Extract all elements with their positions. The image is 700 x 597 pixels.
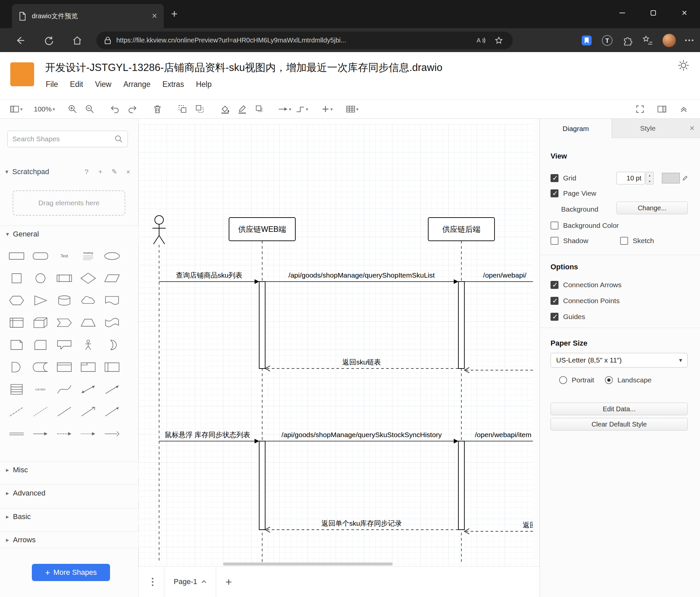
- profile-avatar[interactable]: [662, 34, 676, 47]
- theme-sun-icon[interactable]: [677, 59, 690, 71]
- landscape-radio[interactable]: [605, 376, 613, 384]
- add-favorite-star-icon[interactable]: [492, 34, 505, 47]
- shape-horizontal-connector[interactable]: [101, 425, 123, 443]
- redo-button[interactable]: [125, 102, 140, 116]
- page-tab-page1[interactable]: Page-1: [164, 567, 216, 597]
- shape-tape[interactable]: [101, 313, 123, 332]
- shape-dashed-horizontal-arrow[interactable]: [53, 425, 75, 443]
- shape-trapezoid[interactable]: [77, 313, 99, 332]
- shape-list[interactable]: [6, 380, 27, 399]
- shape-rounded-rectangle[interactable]: [29, 247, 51, 265]
- shadow-button[interactable]: [252, 102, 267, 116]
- shape-frame[interactable]: [77, 358, 99, 377]
- window-maximize-button[interactable]: [638, 0, 669, 26]
- connection-arrows-checkbox[interactable]: [551, 281, 558, 289]
- t-shield-extension-icon[interactable]: T: [602, 35, 613, 46]
- scratchpad-edit-icon[interactable]: ✎: [109, 168, 119, 176]
- shape-curve[interactable]: [53, 380, 75, 399]
- delete-button[interactable]: [150, 102, 165, 116]
- sequence-diagram[interactable]: 供应链WEB端供应链后端查询店铺商品sku列表/api/goods/shopMa…: [139, 119, 533, 566]
- search-icon[interactable]: [114, 135, 123, 143]
- panel-close-icon[interactable]: ×: [684, 119, 700, 138]
- url-text[interactable]: https://file.kkview.cn/onlinePreview?url…: [116, 37, 470, 44]
- sidebar-section-arrows[interactable]: ▸ Arrows: [0, 531, 139, 548]
- scratchpad-close-icon[interactable]: ×: [123, 168, 133, 176]
- shape-dotted-line[interactable]: [29, 402, 51, 421]
- page-view-checkbox[interactable]: [551, 189, 558, 197]
- scratchpad-help-icon[interactable]: ?: [81, 168, 92, 176]
- chevron-down-icon[interactable]: ▾: [5, 168, 8, 175]
- shape-triangle[interactable]: [29, 291, 51, 310]
- menu-edit[interactable]: Edit: [70, 80, 83, 89]
- table-dropdown[interactable]: ▾: [345, 102, 360, 116]
- shape-cloud[interactable]: [77, 291, 99, 310]
- grid-color-swatch[interactable]: [662, 173, 680, 184]
- shape-horizontal-container[interactable]: [101, 358, 123, 377]
- background-color-checkbox[interactable]: [551, 221, 558, 230]
- sidebar-section-advanced[interactable]: ▸ Advanced: [0, 484, 139, 501]
- drawing-canvas[interactable]: 供应链WEB端供应链后端查询店铺商品sku列表/api/goods/shopMa…: [139, 119, 533, 566]
- shape-horizontal-arrow[interactable]: [29, 425, 51, 443]
- zoom-in-button[interactable]: [65, 102, 80, 116]
- shape-bidirectional-arrow[interactable]: [77, 380, 99, 399]
- grid-checkbox[interactable]: [551, 174, 558, 182]
- menu-view[interactable]: View: [95, 80, 111, 89]
- window-close-button[interactable]: ×: [669, 0, 700, 26]
- shape-rectangle[interactable]: [6, 247, 27, 265]
- shape-and[interactable]: [6, 358, 27, 377]
- collapse-toolbar-button[interactable]: [676, 102, 691, 116]
- format-panel-toggle-button[interactable]: [654, 102, 670, 116]
- shape-internal-storage[interactable]: [6, 313, 27, 332]
- waypoint-style-dropdown[interactable]: ▾: [294, 102, 309, 116]
- menu-help[interactable]: Help: [196, 80, 211, 89]
- shape-heading[interactable]: Heading: [77, 247, 99, 265]
- browser-tab[interactable]: drawio文件预览 ×: [12, 4, 164, 28]
- canvas-horizontal-scrollbar[interactable]: [223, 563, 393, 566]
- scratchpad-drop-area[interactable]: Drag elements here: [12, 190, 125, 216]
- shape-dotted-horizontal-arrow[interactable]: [77, 425, 99, 443]
- view-panels-button[interactable]: ▾: [9, 102, 24, 116]
- fill-color-button[interactable]: [218, 102, 233, 116]
- address-bar[interactable]: https://file.kkview.cn/onlinePreview?url…: [96, 31, 513, 49]
- shape-circle[interactable]: [29, 269, 51, 288]
- zoom-level-dropdown[interactable]: 100% ▾: [34, 102, 55, 116]
- shape-card[interactable]: [29, 336, 51, 354]
- shape-ellipse[interactable]: [101, 247, 123, 265]
- fullscreen-button[interactable]: [632, 102, 648, 116]
- shape-list-item[interactable]: List Item: [29, 380, 51, 399]
- shape-dashed-line[interactable]: [6, 402, 27, 421]
- shape-link[interactable]: [6, 425, 27, 443]
- shape-or[interactable]: [101, 336, 123, 354]
- back-icon[interactable]: [12, 33, 28, 48]
- scratchpad-add-icon[interactable]: +: [96, 168, 105, 176]
- sidebar-section-misc[interactable]: ▸ Misc: [0, 461, 139, 478]
- grid-size-input[interactable]: 10 pt: [617, 172, 645, 184]
- blue-bookmark-extension-icon[interactable]: [581, 35, 592, 46]
- undo-button[interactable]: [107, 102, 123, 116]
- shadow-checkbox[interactable]: [551, 237, 558, 245]
- edit-data-button[interactable]: Edit Data...: [551, 403, 688, 415]
- shape-parallelogram[interactable]: [101, 269, 123, 288]
- to-front-button[interactable]: [175, 102, 190, 116]
- zoom-out-button[interactable]: [82, 102, 97, 116]
- shape-actor[interactable]: [77, 336, 99, 354]
- shape-callout[interactable]: [53, 336, 75, 354]
- shape-process[interactable]: [53, 269, 75, 288]
- shape-text[interactable]: Text: [53, 247, 75, 265]
- read-aloud-icon[interactable]: A: [474, 34, 488, 47]
- line-color-button[interactable]: [235, 102, 250, 116]
- sidebar-section-general[interactable]: ▾ General: [0, 225, 139, 242]
- shape-cylinder[interactable]: [53, 291, 75, 310]
- shape-square[interactable]: [6, 269, 27, 288]
- tab-diagram[interactable]: Diagram: [540, 119, 612, 138]
- shape-data-storage[interactable]: [29, 358, 51, 377]
- connection-style-dropdown[interactable]: ▾: [277, 102, 292, 116]
- tab-close-icon[interactable]: ×: [152, 11, 157, 21]
- guides-checkbox[interactable]: [551, 313, 558, 321]
- grid-size-stepper[interactable]: ▴▾: [646, 172, 654, 184]
- sidebar-section-basic[interactable]: ▸ Basic: [0, 508, 139, 525]
- add-page-button[interactable]: +: [225, 575, 232, 588]
- to-back-button[interactable]: [192, 102, 207, 116]
- shape-diamond[interactable]: [77, 269, 99, 288]
- settings-more-icon[interactable]: [685, 40, 693, 41]
